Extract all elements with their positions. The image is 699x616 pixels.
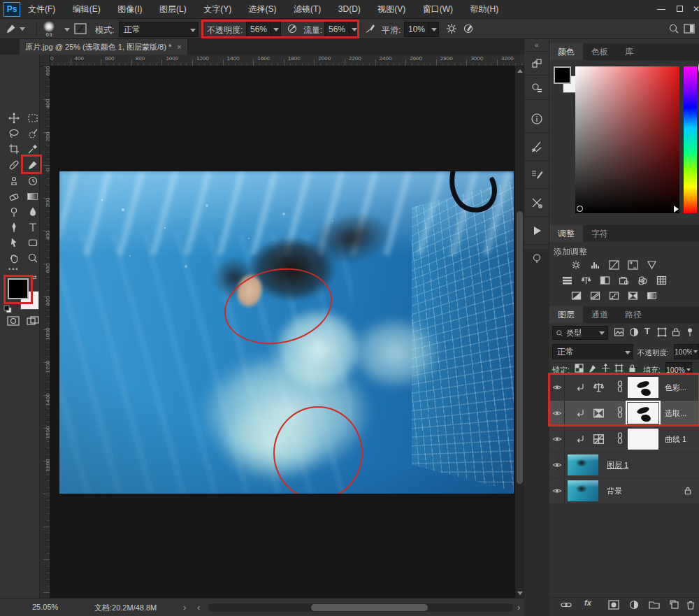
- actions-panel-icon[interactable]: [524, 217, 549, 245]
- opacity-dropdown-button[interactable]: [271, 22, 281, 37]
- menu-3d[interactable]: 3D(D): [331, 0, 368, 19]
- smoothing-dropdown-button[interactable]: [429, 22, 439, 37]
- layer-visibility-toggle[interactable]: [549, 452, 565, 478]
- spot-healing-tool[interactable]: [8, 159, 20, 171]
- blur-tool[interactable]: [27, 206, 38, 217]
- brushes-panel-icon[interactable]: [524, 133, 549, 161]
- pressure-opacity-button[interactable]: [365, 23, 376, 34]
- lock-position-icon[interactable]: [601, 364, 610, 373]
- move-tool[interactable]: [8, 113, 20, 124]
- tab-channels[interactable]: 通道: [583, 306, 617, 323]
- layer-style-fx-icon[interactable]: fx: [584, 599, 591, 607]
- color-lookup-icon[interactable]: [656, 275, 668, 285]
- menu-layer[interactable]: 图层(L): [152, 0, 194, 19]
- foreground-color-swatch[interactable]: [8, 278, 29, 299]
- gradient-map-icon[interactable]: [627, 291, 639, 301]
- screen-mode-icon[interactable]: [27, 316, 39, 326]
- layer-name[interactable]: 曲线 1: [665, 434, 686, 445]
- quick-selection-tool[interactable]: [27, 128, 38, 139]
- lock-transparency-icon[interactable]: [575, 364, 584, 373]
- black-white-icon[interactable]: [599, 275, 611, 285]
- lock-pixels-icon[interactable]: [588, 364, 597, 373]
- hue-saturation-icon[interactable]: [561, 275, 573, 285]
- brush-tool-preset[interactable]: [6, 23, 25, 34]
- quick-mask-icon[interactable]: [7, 316, 20, 326]
- add-mask-icon[interactable]: [608, 600, 619, 610]
- layer-row-layer1[interactable]: 图层 1: [549, 452, 699, 478]
- layer-name[interactable]: 背景: [607, 486, 622, 496]
- vertical-scrollbar[interactable]: [515, 66, 524, 598]
- layer-mask-thumbnail[interactable]: [628, 429, 658, 450]
- delete-layer-icon[interactable]: [686, 600, 695, 610]
- tab-adjustments[interactable]: 调整: [549, 225, 583, 242]
- layer-mask-thumbnail-active[interactable]: [628, 403, 658, 424]
- layer-visibility-toggle[interactable]: [549, 427, 565, 452]
- tool-presets-panel-icon[interactable]: [524, 189, 549, 217]
- chevron-down-icon[interactable]: [64, 28, 70, 31]
- scroll-up-icon[interactable]: [517, 69, 523, 73]
- search-icon[interactable]: [668, 23, 679, 34]
- scroll-right-icon[interactable]: ›: [517, 602, 520, 613]
- menu-image[interactable]: 图像(I): [110, 0, 149, 19]
- menu-file[interactable]: 文件(F): [21, 0, 62, 19]
- layer-blend-mode-select[interactable]: 正常: [552, 344, 633, 359]
- collapse-panels-icon[interactable]: «: [524, 39, 549, 52]
- workspace-switcher-icon[interactable]: [684, 23, 695, 34]
- toggle-brush-panel-button[interactable]: [74, 22, 87, 35]
- selective-color-icon[interactable]: [646, 291, 658, 301]
- canvas-pasteboard[interactable]: [50, 66, 515, 598]
- crop-tool[interactable]: [8, 143, 20, 155]
- tab-swatches[interactable]: 色板: [583, 43, 617, 60]
- eyedropper-tool[interactable]: [27, 143, 38, 155]
- canvas-image[interactable]: [59, 171, 514, 494]
- dodge-tool[interactable]: [8, 206, 20, 217]
- invert-icon[interactable]: [570, 291, 582, 301]
- type-tool[interactable]: [27, 222, 38, 233]
- new-layer-icon[interactable]: [670, 600, 679, 610]
- layer-name[interactable]: 图层 1: [607, 460, 628, 471]
- link-layers-icon[interactable]: [561, 600, 572, 610]
- menu-view[interactable]: 视图(V): [370, 0, 412, 19]
- layer-mask-thumbnail[interactable]: [628, 377, 658, 398]
- brush-symmetry-button[interactable]: [463, 23, 474, 34]
- status-expand-icon[interactable]: ›: [183, 602, 186, 613]
- airbrush-toggle-button[interactable]: [287, 23, 298, 34]
- zoom-tool[interactable]: [27, 252, 38, 264]
- learn-panel-icon[interactable]: [524, 245, 549, 273]
- filter-adjustment-layers-icon[interactable]: [629, 327, 639, 337]
- filter-smart-objects-icon[interactable]: [671, 327, 681, 337]
- close-tab-icon[interactable]: ×: [177, 43, 181, 51]
- lock-artboard-icon[interactable]: [614, 364, 624, 373]
- zoom-level[interactable]: 25.05%: [32, 603, 58, 611]
- history-brush-tool[interactable]: [27, 176, 38, 187]
- layer-name[interactable]: 选取...: [665, 408, 686, 419]
- swap-colors-icon[interactable]: ⇄: [31, 274, 37, 281]
- brightness-contrast-icon[interactable]: [570, 260, 582, 270]
- horizontal-ruler[interactable]: 2004006008001000120014001600180020002200…: [40, 55, 524, 66]
- libraries-panel-icon[interactable]: [524, 76, 549, 100]
- threshold-icon[interactable]: [608, 291, 620, 301]
- opacity-input[interactable]: 56%: [246, 22, 271, 37]
- levels-icon[interactable]: [589, 260, 601, 270]
- menu-filter[interactable]: 滤镜(T): [287, 0, 328, 19]
- hue-slider[interactable]: [684, 66, 697, 213]
- horizontal-scrollbar[interactable]: [208, 603, 513, 612]
- flow-input[interactable]: 56%: [324, 22, 350, 37]
- layer-row-background[interactable]: 背景: [549, 478, 699, 503]
- filter-pin-icon[interactable]: [685, 327, 695, 337]
- brush-preset-picker[interactable]: 63: [43, 21, 55, 37]
- layer-thumbnail[interactable]: [568, 454, 598, 475]
- default-colors-icon[interactable]: [3, 305, 12, 313]
- layer-visibility-toggle[interactable]: [549, 478, 565, 503]
- layer-thumbnail[interactable]: [568, 480, 598, 501]
- layer-visibility-toggle[interactable]: [549, 401, 565, 426]
- clone-stamp-tool[interactable]: [8, 176, 20, 187]
- menu-edit[interactable]: 编辑(E): [66, 0, 108, 19]
- brush-tool[interactable]: [27, 159, 38, 171]
- info-panel-icon[interactable]: [524, 105, 549, 133]
- maximize-button[interactable]: [674, 4, 685, 14]
- menu-select[interactable]: 选择(S): [242, 0, 284, 19]
- filter-shape-layers-icon[interactable]: [657, 327, 667, 337]
- horizontal-scrollbar-thumb[interactable]: [311, 604, 428, 611]
- brush-settings-panel-icon[interactable]: [524, 161, 549, 189]
